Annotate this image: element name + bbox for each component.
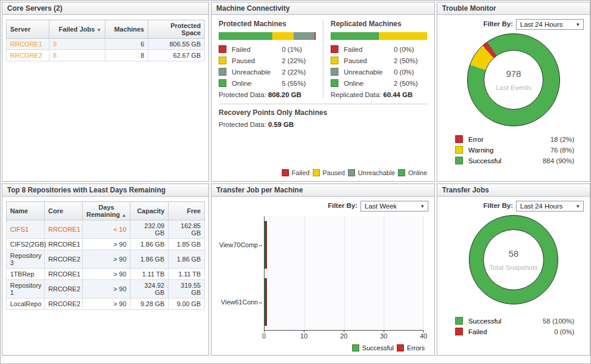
days-remaining-cell: > 90 xyxy=(83,250,130,269)
online-swatch-icon xyxy=(219,79,226,87)
core-name-cell: RRCORE2 xyxy=(45,298,83,310)
replicated-data-value: 60.44 GB xyxy=(383,91,412,98)
recovery-points-only-heading: Recovery Points Only Machines xyxy=(219,108,427,117)
repositories-header-row: Name Core Days Remaining▲ Capacity Free xyxy=(7,202,205,220)
table-row: CIFS1RRCORE1< 10232.09 GB162.85 GB xyxy=(7,220,205,239)
trouble-monitor-filter-select[interactable]: Last 24 Hours▼ xyxy=(516,19,584,30)
legend-value: 0 (0%) xyxy=(394,46,414,53)
column-header-days-remaining-label: Days Remaining xyxy=(86,204,120,218)
trouble-monitor-legend: Error 18 (2%) Warning 76 (8%) Successful… xyxy=(455,132,574,167)
legend-item-unreachable: Unreachable 0 (0%) xyxy=(331,68,427,76)
server-name-link[interactable]: RRCORE2 xyxy=(7,50,49,61)
unreachable-bar-segment xyxy=(294,32,315,40)
recovery-protected-data-summary: Protected Data: 0.59 GB xyxy=(219,121,427,128)
online-bar-segment xyxy=(331,32,379,40)
online-swatch-icon xyxy=(331,79,338,87)
protected-data-value: 808.20 GB xyxy=(268,91,301,98)
free-cell: 1.11 TB xyxy=(169,269,205,280)
machines-cell: 6 xyxy=(105,39,148,50)
column-header-days-remaining[interactable]: Days Remaining▲ xyxy=(83,202,130,220)
paused-bar-segment xyxy=(272,32,294,40)
transfer-job-filter-select[interactable]: Last Week▼ xyxy=(360,201,428,211)
transfer-jobs-panel: Transfer Jobs Filter By:Last 24 Hours▼ 5… xyxy=(437,183,590,356)
free-cell: 162.85 GB xyxy=(169,220,205,239)
recovery-protected-data-value: 0.59 GB xyxy=(268,121,294,128)
column-header-machines[interactable]: Machines xyxy=(105,20,148,39)
column-header-free[interactable]: Free xyxy=(169,202,205,220)
legend-label: Unreachable xyxy=(344,69,394,76)
unreachable-swatch-icon xyxy=(219,68,226,76)
legend-label: Successful xyxy=(468,157,502,164)
column-header-protected-space-label: Protected Space xyxy=(170,22,201,36)
repo-name-link[interactable]: 1TBRep xyxy=(7,269,45,280)
legend-value: 0 (1%) xyxy=(282,46,302,53)
repo-name-link[interactable]: Repository 3 xyxy=(7,250,45,269)
protected-machines-heading: Protected Machines xyxy=(219,20,316,28)
donut-center: 58 Total Snapshots xyxy=(483,229,544,290)
core-name-cell: RRCORE2 xyxy=(45,250,83,269)
chevron-down-icon: ▼ xyxy=(576,204,580,209)
legend-label: Failed xyxy=(292,169,310,176)
transfer-jobs-title: Transfer Jobs xyxy=(437,184,590,197)
bar-band xyxy=(265,273,424,331)
core-name-cell: RRCORE1 xyxy=(45,269,83,280)
column-header-server[interactable]: Server xyxy=(7,20,49,39)
transfer-job-filter-row: Filter By:Last Week▼ xyxy=(211,197,434,214)
failed-jobs-link[interactable]: 8 xyxy=(49,50,105,61)
legend-label: Failed xyxy=(232,46,282,53)
column-header-core-label: Core xyxy=(48,207,63,214)
dashboard-grid: Core Servers (2) Server Failed Jobs▼ Mac… xyxy=(2,2,589,356)
trouble-monitor-filter-row: Filter By:Last 24 Hours▼ xyxy=(437,15,590,32)
legend-value: 58 (100%) xyxy=(543,318,574,325)
core-name-cell: RRCORE2 xyxy=(45,280,83,298)
protected-machines-stacked-bar xyxy=(219,32,316,40)
trouble-monitor-donut-chart: 978 Last Events xyxy=(467,33,560,126)
replicated-data-label: Replicated Data: xyxy=(331,91,381,98)
total-snapshots-count: 58 xyxy=(509,248,519,259)
days-remaining-cell: > 90 xyxy=(83,269,130,280)
legend-label: Unreachable xyxy=(358,169,395,176)
filter-selected-value: Last 24 Hours xyxy=(520,203,563,210)
repo-name-link[interactable]: CIFS1 xyxy=(7,220,45,239)
column-header-core[interactable]: Core xyxy=(45,202,83,220)
transfer-jobs-filter-select[interactable]: Last 24 Hours▼ xyxy=(516,201,584,211)
transfer-job-bar-chart: View70Comp View61Conn xyxy=(216,216,424,331)
filter-by-label: Filter By: xyxy=(483,202,513,209)
column-header-name[interactable]: Name xyxy=(7,202,45,220)
unreachable-swatch-icon xyxy=(331,68,338,76)
core-servers-panel: Core Servers (2) Server Failed Jobs▼ Mac… xyxy=(2,2,209,182)
legend-item-failed: Failed 0 (0%) xyxy=(331,45,427,53)
server-name-link[interactable]: RRCORE1 xyxy=(7,39,49,50)
machine-connectivity-panel: Machine Connectivity Protected Machines … xyxy=(211,2,435,182)
plot-area xyxy=(264,216,424,331)
legend-label: Error xyxy=(468,136,484,143)
legend-label: Errors xyxy=(407,344,425,351)
transfer-jobs-legend: Successful 58 (100%) Failed 0 (0%) xyxy=(455,314,574,338)
repo-name-link[interactable]: LocalRepo xyxy=(7,298,45,310)
failed-jobs-link[interactable]: 9 xyxy=(49,39,105,50)
trouble-monitor-title: Trouble Monitor xyxy=(437,2,590,15)
online-swatch-icon xyxy=(398,169,405,176)
legend-item-failed: Failed 0 (0%) xyxy=(455,328,574,335)
legend-value: 884 (90%) xyxy=(543,157,574,164)
table-row: 1TBRepRRCORE1> 901.11 TB1.11 TB xyxy=(7,269,205,280)
successful-swatch-icon xyxy=(352,344,359,351)
failed-swatch-icon xyxy=(455,328,463,335)
legend-label: Unreachable xyxy=(232,69,282,76)
transfer-job-per-machine-title: Transfer Job per Machine xyxy=(211,184,434,197)
column-header-capacity[interactable]: Capacity xyxy=(130,202,169,220)
repo-name-link[interactable]: CIFS2(2GB) xyxy=(7,239,45,250)
connectivity-columns: Protected Machines Failed 0 (1%) Paused … xyxy=(219,20,427,98)
free-cell: 1.85 GB xyxy=(169,239,205,250)
last-events-count: 978 xyxy=(506,69,521,79)
repositories-panel: Top 8 Repositories with Least Days Remai… xyxy=(2,183,209,356)
column-header-protected-space[interactable]: Protected Space xyxy=(148,20,205,39)
legend-value: 0 (0%) xyxy=(394,69,414,76)
x-tick-label: 0 xyxy=(262,332,266,340)
repo-name-link[interactable]: Repository 1 xyxy=(7,280,45,298)
legend-label: Online xyxy=(232,80,282,87)
repositories-body: Name Core Days Remaining▲ Capacity Free … xyxy=(2,197,209,355)
column-header-failed-jobs[interactable]: Failed Jobs▼ xyxy=(49,20,105,39)
capacity-cell: 1.86 GB xyxy=(130,239,169,250)
failed-swatch-icon xyxy=(219,45,226,53)
